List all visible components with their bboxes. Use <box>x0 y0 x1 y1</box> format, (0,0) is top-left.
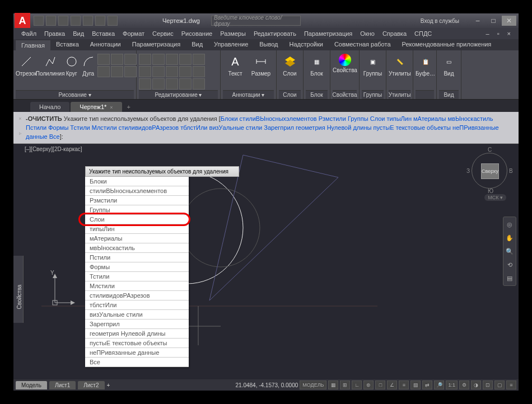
menu-edit[interactable]: Правка <box>41 29 68 38</box>
qat-redo-icon[interactable] <box>108 16 118 26</box>
tool-icon[interactable] <box>193 66 205 77</box>
menu-file[interactable]: Файл <box>18 29 40 38</box>
mode-button[interactable]: МОДЕЛЬ <box>300 380 326 389</box>
dropdown-item[interactable]: Формы <box>85 262 189 272</box>
polyline-button[interactable]: Полилиния <box>38 51 63 77</box>
doc-restore-icon[interactable]: ▫ <box>494 29 503 38</box>
minimize-button[interactable]: – <box>470 16 485 26</box>
text-button[interactable]: AТекст <box>223 51 248 77</box>
nav-showmotion-icon[interactable]: ▤ <box>505 273 515 283</box>
dropdown-item[interactable]: Блоки <box>85 177 189 186</box>
isolate-icon[interactable]: ◑ <box>471 380 481 389</box>
dropdown-item[interactable]: пустыЕ текстовые объекты <box>85 339 189 348</box>
filetab-start[interactable]: Начало <box>30 102 69 112</box>
annoscale-icon[interactable]: 🔎 <box>434 380 444 389</box>
qat-new-icon[interactable] <box>34 16 44 26</box>
tool-icon[interactable] <box>166 54 178 65</box>
menu-insert[interactable]: Вставка <box>88 29 118 38</box>
tool-icon[interactable] <box>193 78 205 90</box>
ribbon-tab-annotate[interactable]: Аннотации <box>85 39 127 50</box>
dropdown-item[interactable]: мАтериалы <box>85 234 189 243</box>
layout-add-button[interactable]: + <box>107 382 110 388</box>
panel-anno-label[interactable]: Аннотации ▾ <box>223 90 274 99</box>
menu-tools[interactable]: Сервис <box>149 29 177 38</box>
app-logo[interactable]: A <box>15 13 30 29</box>
tool-icon[interactable] <box>124 54 137 65</box>
tool-icon[interactable] <box>152 54 165 65</box>
view-button[interactable]: ▭Вид <box>439 51 459 77</box>
cmd-close-icon[interactable]: × <box>18 114 21 123</box>
qat-print-icon[interactable] <box>83 16 93 26</box>
doc-close-icon[interactable]: × <box>504 29 514 38</box>
ribbon-tab-insert[interactable]: Вставка <box>50 39 85 50</box>
menu-window[interactable]: Окно <box>357 29 378 38</box>
tool-icon[interactable] <box>111 66 123 77</box>
scale-button[interactable]: 1:1 <box>446 380 458 389</box>
dropdown-item[interactable]: Все <box>85 358 189 367</box>
cycling-icon[interactable]: ⇄ <box>422 380 432 389</box>
nav-pan-icon[interactable]: ✋ <box>505 233 515 243</box>
layout-tab-sheet2[interactable]: Лист2 <box>78 381 104 389</box>
props-button[interactable]: Свойства <box>333 51 357 73</box>
sidebar-properties[interactable]: Свойства <box>13 256 24 323</box>
osnap-icon[interactable]: □ <box>375 380 385 389</box>
dropdown-item[interactable]: Слои <box>85 215 189 224</box>
tool-icon[interactable] <box>179 66 192 77</box>
dropdown-item[interactable]: типыЛин <box>85 224 189 234</box>
dropdown-item[interactable]: стилиВЫносныхэлементов <box>85 186 189 196</box>
dropdown-item[interactable]: мвЫноскастиль <box>85 243 189 253</box>
doc-minimize-icon[interactable]: – <box>483 29 493 38</box>
menu-format[interactable]: Формат <box>119 29 148 38</box>
ribbon-tab-featured[interactable]: Рекомендованные приложения <box>396 39 497 50</box>
command-line[interactable]: ×▹ -ОЧИСТИТЬ Укажите тип неиспользуемых … <box>13 112 519 144</box>
layout-tab-model[interactable]: Модель <box>16 381 47 389</box>
tool-icon[interactable] <box>97 54 110 65</box>
tool-icon[interactable] <box>139 54 151 65</box>
tool-icon[interactable] <box>124 66 137 77</box>
dropdown-item[interactable]: стиливидовРАзрезов <box>85 291 189 300</box>
qat-saveas-icon[interactable] <box>71 16 81 26</box>
nav-zoom-icon[interactable]: 🔍 <box>505 246 515 256</box>
tool-icon[interactable] <box>139 78 151 90</box>
clipboard-button[interactable]: 📋Буфе… <box>416 51 435 77</box>
otrack-icon[interactable]: ∠ <box>387 380 397 389</box>
new-tab-button[interactable]: + <box>123 102 134 112</box>
menu-draw[interactable]: Рисование <box>178 29 216 38</box>
panel-edit-label[interactable]: Редактирование ▾ <box>139 90 218 99</box>
dropdown-item[interactable]: Млстили <box>85 281 189 291</box>
polar-icon[interactable]: ⊛ <box>363 380 374 389</box>
ribbon-tab-manage[interactable]: Управление <box>208 39 254 50</box>
layout-tab-sheet1[interactable]: Лист1 <box>49 381 76 389</box>
qat-open-icon[interactable] <box>46 16 56 26</box>
menu-dimension[interactable]: Размеры <box>217 29 249 38</box>
filetab-drawing[interactable]: Чертеж1*× <box>71 102 122 112</box>
tool-icon[interactable] <box>97 66 110 77</box>
tool-icon[interactable] <box>179 54 192 65</box>
dimension-button[interactable]: Размер <box>249 51 273 77</box>
nav-orbit-icon[interactable]: ⟲ <box>505 260 515 270</box>
clean-screen-icon[interactable]: ▢ <box>494 380 505 389</box>
ribbon-tab-collab[interactable]: Совместная работа <box>329 39 396 50</box>
menu-view[interactable]: Вид <box>69 29 87 38</box>
dropdown-item[interactable]: геометрия Нулевой длины <box>85 329 189 339</box>
viewcube[interactable]: Сверху С Ю З В <box>472 153 507 189</box>
snap-icon[interactable]: ⊞ <box>340 380 350 389</box>
tool-icon[interactable] <box>166 78 178 90</box>
dropdown-item[interactable]: визУальные стили <box>85 310 189 320</box>
gear-icon[interactable]: ⚙ <box>459 380 469 389</box>
line-button[interactable]: Отрезок <box>16 51 37 77</box>
customize-icon[interactable]: ≡ <box>506 380 516 389</box>
groups-button[interactable]: ▣Группы <box>362 51 384 77</box>
maximize-button[interactable]: □ <box>486 16 501 26</box>
dropdown-item[interactable]: Пстили <box>85 253 189 262</box>
nav-wheel-icon[interactable]: ◎ <box>505 219 515 229</box>
dropdown-item[interactable]: Рзмстили <box>85 196 189 205</box>
ribbon-tab-home[interactable]: Главная <box>16 40 50 50</box>
lineweight-icon[interactable]: ≡ <box>399 380 409 389</box>
block-button[interactable]: ▦Блок <box>306 51 328 77</box>
ribbon-tab-addins[interactable]: Надстройки <box>284 39 329 50</box>
transparency-icon[interactable]: ▧ <box>410 380 421 389</box>
ucs-dropdown[interactable]: МСК ▾ <box>484 194 506 201</box>
viewcube-face-top[interactable]: Сверху <box>481 163 499 179</box>
menu-parametric[interactable]: Параметризация <box>301 29 356 38</box>
